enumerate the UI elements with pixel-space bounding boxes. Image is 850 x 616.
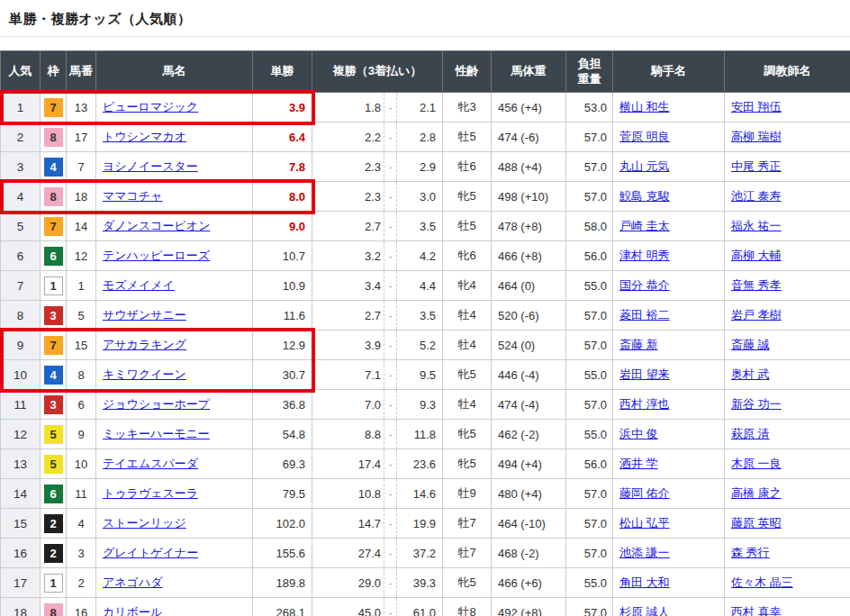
jockey-link[interactable]: 岩田 望来 xyxy=(619,367,670,381)
horse-link[interactable]: キミワクイーン xyxy=(103,367,186,381)
jockey-link[interactable]: 横山 和生 xyxy=(619,100,670,113)
horse-link[interactable]: モズメイメイ xyxy=(103,278,175,292)
jockey-link[interactable]: 浜中 俊 xyxy=(619,427,658,440)
horse-link[interactable]: アネゴハダ xyxy=(103,575,163,589)
weight-cell: 494 (+4) xyxy=(492,449,566,479)
jockey-link[interactable]: 酒井 学 xyxy=(619,457,658,470)
impost-cell: 55.0 xyxy=(566,420,613,449)
horse-link[interactable]: テイエムスパーダ xyxy=(103,457,198,470)
trainer-link[interactable]: 斎藤 誠 xyxy=(731,338,770,351)
horse-link[interactable]: テンハッピーローズ xyxy=(103,249,210,262)
jockey-cell: 松山 弘平 xyxy=(613,509,725,539)
horse-cell: ママコチャ xyxy=(96,182,253,212)
weight-cell: 492 (+8) xyxy=(492,598,566,616)
impost-cell: 56.0 xyxy=(566,449,613,479)
frame-cell: 2 xyxy=(41,539,67,568)
frame-cell: 8 xyxy=(41,182,67,212)
trainer-link[interactable]: 新谷 功一 xyxy=(731,397,782,411)
trainer-link[interactable]: 奥村 武 xyxy=(731,367,770,381)
rank-cell: 14 xyxy=(1,479,41,509)
trainer-link[interactable]: 安田 翔伍 xyxy=(731,100,782,113)
place-odds-cell: 8.8-11.8 xyxy=(312,420,443,449)
trainer-link[interactable]: 萩原 清 xyxy=(731,427,770,440)
jockey-link[interactable]: 斎藤 新 xyxy=(619,338,658,351)
jockey-link[interactable]: 菅原 明良 xyxy=(619,130,670,143)
jockey-link[interactable]: 戸崎 圭太 xyxy=(619,219,670,232)
page-header: 単勝・複勝オッズ（人気順） xyxy=(0,0,850,36)
horse-link[interactable]: アサカラキング xyxy=(103,338,186,351)
trainer-link[interactable]: 佐々木 晶三 xyxy=(731,575,793,589)
horse-link[interactable]: ダノンスコーピオン xyxy=(103,219,210,232)
trainer-link[interactable]: 高橋 康之 xyxy=(731,486,782,500)
trainer-link[interactable]: 高柳 大輔 xyxy=(731,249,782,262)
trainer-link[interactable]: 中尾 秀正 xyxy=(731,159,782,173)
impost-cell: 57.0 xyxy=(566,390,613,420)
jockey-link[interactable]: 角田 大和 xyxy=(619,575,670,589)
impost-cell: 57.0 xyxy=(566,122,613,152)
header-place: 複勝（3着払い） xyxy=(312,51,443,93)
place-low: 3.4 xyxy=(312,279,384,293)
jockey-link[interactable]: 西村 淳也 xyxy=(619,397,670,411)
horse-link[interactable]: サウザンサニー xyxy=(103,308,186,322)
trainer-link[interactable]: 高柳 瑞樹 xyxy=(731,130,782,143)
frame-cell: 8 xyxy=(41,122,67,152)
jockey-link[interactable]: 杉原 誠人 xyxy=(619,605,670,616)
table-row: 14611トゥラヴェスーラ79.510.8-14.6牡9480 (+4)57.0… xyxy=(1,479,850,509)
table-row: 9715アサカラキング12.93.9-5.2牡4524 (0)57.0斎藤 新斎… xyxy=(1,331,850,360)
frame-cell: 4 xyxy=(41,360,67,390)
jockey-link[interactable]: 津村 明秀 xyxy=(619,249,670,262)
table-row: 711モズメイメイ10.93.4-4.4牝4464 (0)55.0国分 恭介音無… xyxy=(1,271,850,301)
jockey-link[interactable]: 鮫島 克駿 xyxy=(619,189,670,203)
number-cell: 18 xyxy=(67,182,96,212)
header-weight: 馬体重 xyxy=(492,51,566,93)
horse-link[interactable]: ミッキーハーモニー xyxy=(103,427,210,440)
horse-link[interactable]: ピューロマジック xyxy=(103,100,198,113)
horse-link[interactable]: トゥラヴェスーラ xyxy=(103,486,198,500)
horse-link[interactable]: ヨシノイースター xyxy=(103,159,198,173)
rank-cell: 7 xyxy=(1,271,41,301)
trainer-link[interactable]: 西村 真幸 xyxy=(731,605,782,616)
jockey-link[interactable]: 丸山 元気 xyxy=(619,159,670,173)
trainer-link[interactable]: 森 秀行 xyxy=(731,546,770,559)
horse-link[interactable]: トウシンマカオ xyxy=(103,130,186,143)
rank-cell: 3 xyxy=(1,152,41,182)
place-low: 2.3 xyxy=(312,160,384,174)
trainer-cell: 奥村 武 xyxy=(725,360,850,390)
divider xyxy=(0,36,850,37)
jockey-link[interactable]: 松山 弘平 xyxy=(619,516,670,530)
trainer-link[interactable]: 音無 秀孝 xyxy=(731,278,782,292)
place-odds-cell: 2.3-3.0 xyxy=(312,182,443,212)
number-cell: 4 xyxy=(67,509,96,539)
win-odds-cell: 155.6 xyxy=(253,539,312,568)
weight-cell: 520 (-6) xyxy=(492,301,566,331)
trainer-link[interactable]: 藤原 英昭 xyxy=(731,516,782,530)
trainer-cell: 音無 秀孝 xyxy=(725,271,850,301)
horse-cell: サウザンサニー xyxy=(96,301,253,331)
place-low: 14.7 xyxy=(312,517,384,530)
trainer-link[interactable]: 木原 一良 xyxy=(731,457,782,470)
sex-age-cell: 牝5 xyxy=(443,568,492,598)
impost-cell: 57.0 xyxy=(566,331,613,360)
horse-link[interactable]: グレイトゲイナー xyxy=(103,546,198,559)
frame-badge: 7 xyxy=(44,98,63,117)
trainer-link[interactable]: 福永 祐一 xyxy=(731,219,782,232)
number-cell: 10 xyxy=(67,449,96,479)
win-odds-cell: 79.5 xyxy=(253,479,312,509)
jockey-link[interactable]: 国分 恭介 xyxy=(619,278,670,292)
place-odds-cell: 14.7-19.9 xyxy=(312,509,443,539)
horse-link[interactable]: ジョウショーホープ xyxy=(103,397,210,411)
jockey-link[interactable]: 藤岡 佑介 xyxy=(619,486,670,500)
sex-age-cell: 牡6 xyxy=(443,152,492,182)
place-low: 10.8 xyxy=(312,487,384,501)
sex-age-cell: 牡5 xyxy=(443,212,492,241)
trainer-link[interactable]: 岩戸 孝樹 xyxy=(731,308,782,322)
horse-link[interactable]: ママコチャ xyxy=(103,189,163,203)
trainer-link[interactable]: 池江 泰寿 xyxy=(731,189,782,203)
sex-age-cell: 牡9 xyxy=(443,479,492,509)
horse-link[interactable]: ストーンリッジ xyxy=(103,516,186,530)
jockey-link[interactable]: 菱田 裕二 xyxy=(619,308,670,322)
place-high: 4.2 xyxy=(397,249,442,263)
jockey-link[interactable]: 池添 謙一 xyxy=(619,546,670,559)
place-high: 37.2 xyxy=(397,547,442,560)
horse-link[interactable]: カリボール xyxy=(103,605,162,616)
